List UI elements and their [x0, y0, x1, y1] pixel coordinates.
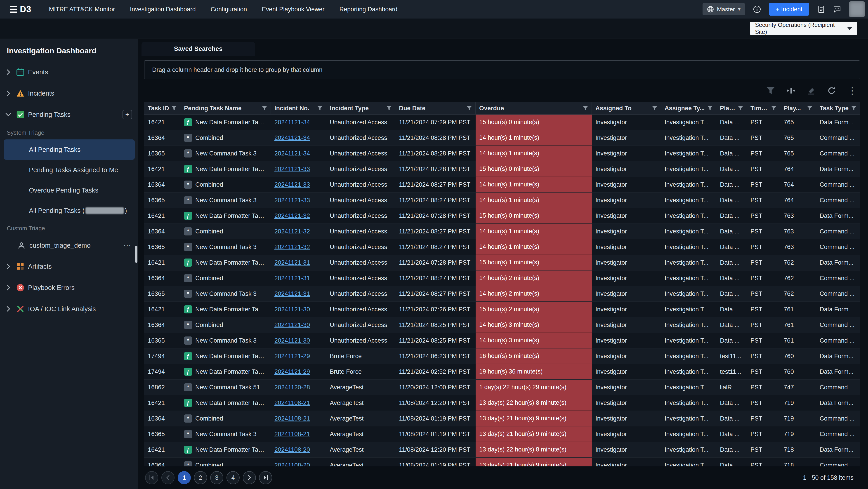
sidebar-item-custom-triage-demo[interactable]: custom_triage_demo ⋯	[0, 235, 138, 256]
nav-reporting-dashboard[interactable]: Reporting Dashboard	[340, 6, 398, 13]
sidebar-item-pending-tasks-assigned-to-me[interactable]: Pending Tasks Assigned to Me	[0, 160, 138, 180]
page-button-3[interactable]: 3	[210, 471, 223, 484]
column-header-task-id[interactable]: Task ID	[144, 102, 180, 115]
filter-icon[interactable]	[262, 106, 267, 110]
column-header-assigned-to[interactable]: Assigned To	[592, 102, 661, 115]
filter-icon[interactable]	[771, 106, 776, 110]
table-row[interactable]: 16862*New Command Task 5120241120-28Aver…	[144, 380, 860, 395]
chat-icon[interactable]	[833, 5, 841, 13]
filter-icon[interactable]	[807, 106, 812, 110]
info-icon[interactable]	[753, 5, 761, 13]
sidebar-item-artifacts[interactable]: Artifacts	[0, 256, 138, 277]
incident-link[interactable]: 20241108-21	[274, 415, 310, 422]
column-header-task-type[interactable]: Task Type	[816, 102, 860, 115]
add-incident-button[interactable]: + Incident	[769, 3, 809, 15]
more-options-icon[interactable]: ⋯	[123, 241, 131, 250]
master-dropdown[interactable]: Master ▾	[703, 3, 745, 15]
incident-link[interactable]: 20241121-30	[274, 337, 310, 344]
filter-icon[interactable]	[851, 106, 856, 110]
filter-icon[interactable]	[583, 106, 588, 110]
incident-link[interactable]: 20241120-28	[274, 384, 310, 391]
table-row[interactable]: 16364*Combined20241108-21AverageTest11/0…	[144, 411, 860, 426]
table-row[interactable]: 16421ƒNew Data Formatter Task 1420241108…	[144, 442, 860, 458]
column-header-time[interactable]: Time ...	[747, 102, 780, 115]
next-page-button[interactable]	[243, 471, 256, 484]
table-row[interactable]: 16364*Combined20241121-31Unauthorized Ac…	[144, 270, 860, 286]
incident-link[interactable]: 20241108-21	[274, 431, 310, 438]
first-page-button[interactable]	[145, 471, 158, 484]
table-row[interactable]: 16421ƒNew Data Formatter Task 1420241121…	[144, 255, 860, 270]
column-header-incident-no[interactable]: Incident No.	[271, 102, 326, 115]
incident-link[interactable]: 20241121-33	[274, 197, 310, 204]
table-row[interactable]: 16364*Combined20241121-30Unauthorized Ac…	[144, 317, 860, 333]
last-page-button[interactable]	[259, 471, 272, 484]
incident-link[interactable]: 20241108-21	[274, 399, 310, 406]
sidebar-item-playbook-errors[interactable]: Playbook Errors	[0, 277, 138, 298]
filter-icon[interactable]	[766, 86, 775, 95]
sidebar-item-all-pending-tasks-site[interactable]: All Pending Tasks ( )	[0, 200, 138, 221]
filter-icon[interactable]	[652, 106, 657, 110]
column-chooser-icon[interactable]	[786, 86, 795, 95]
incident-link[interactable]: 20241121-31	[274, 259, 310, 266]
sidebar-item-all-pending-tasks[interactable]: All Pending Tasks	[4, 139, 135, 160]
refresh-icon[interactable]	[827, 86, 836, 95]
incident-link[interactable]: 20241121-32	[274, 228, 310, 235]
table-row[interactable]: 16421ƒNew Data Formatter Task 1420241121…	[144, 208, 860, 224]
table-row[interactable]: 16365*New Command Task 320241121-31Unaut…	[144, 286, 860, 302]
sidebar-item-incidents[interactable]: Incidents	[0, 83, 138, 104]
incident-link[interactable]: 20241121-29	[274, 368, 310, 375]
incident-link[interactable]: 20241121-31	[274, 275, 310, 282]
sidebar-item-events[interactable]: Events	[0, 62, 138, 83]
table-row[interactable]: 16365*New Command Task 320241121-34Unaut…	[144, 146, 860, 161]
site-selector-dropdown[interactable]: Security Operations (Recipient Site)	[750, 22, 857, 35]
sidebar-item-pending-tasks[interactable]: Pending Tasks +	[0, 104, 138, 125]
incident-link[interactable]: 20241121-31	[274, 290, 310, 297]
column-header-due-date[interactable]: Due Date	[395, 102, 475, 115]
filter-icon[interactable]	[386, 106, 392, 110]
filter-icon[interactable]	[172, 106, 177, 110]
table-row[interactable]: 16421ƒNew Data Formatter Task 1420241121…	[144, 161, 860, 177]
filter-icon[interactable]	[708, 106, 712, 110]
table-row[interactable]: 16365*New Command Task 320241121-33Unaut…	[144, 193, 860, 208]
column-header-pending-task-name[interactable]: Pending Task Name	[180, 102, 271, 115]
sidebar-item-overdue-pending-tasks[interactable]: Overdue Pending Tasks	[0, 180, 138, 200]
page-button-2[interactable]: 2	[194, 471, 207, 484]
filter-icon[interactable]	[467, 106, 472, 110]
incident-link[interactable]: 20241108-20	[274, 462, 310, 467]
previous-page-button[interactable]	[161, 471, 175, 484]
incident-link[interactable]: 20241121-30	[274, 306, 310, 313]
table-row[interactable]: 16421ƒNew Data Formatter Task 1420241108…	[144, 395, 860, 411]
more-options-icon[interactable]: ⋮	[848, 86, 857, 95]
table-row[interactable]: 16364*Combined20241121-33Unauthorized Ac…	[144, 177, 860, 193]
table-row[interactable]: 16364*Combined20241121-32Unauthorized Ac…	[144, 224, 860, 239]
column-header-play[interactable]: Play...	[716, 102, 747, 115]
table-row[interactable]: 16364*Combined20241121-34Unauthorized Ac…	[144, 130, 860, 146]
table-row[interactable]: 16421ƒNew Data Formatter Task 1420241121…	[144, 302, 860, 317]
avatar[interactable]	[849, 1, 865, 17]
incident-link[interactable]: 20241121-33	[274, 181, 310, 188]
sidebar-item-ioa-ioc-link-analysis[interactable]: IOA / IOC Link Analysis	[0, 298, 138, 320]
incident-link[interactable]: 20241121-34	[274, 150, 310, 157]
tab-saved-searches[interactable]: Saved Searches	[142, 42, 255, 56]
notes-icon[interactable]	[817, 5, 825, 13]
column-header-incident-type[interactable]: Incident Type	[326, 102, 395, 115]
table-row[interactable]: 17494ƒNew Data Formatter Task 6820241121…	[144, 364, 860, 380]
column-header-play-2[interactable]: Play...	[780, 102, 816, 115]
clear-filter-icon[interactable]	[807, 86, 815, 95]
table-row[interactable]: 16364*Combined20241108-20AverageTest11/0…	[144, 458, 860, 466]
nav-mitre-attck-monitor[interactable]: MITRE ATT&CK Monitor	[49, 6, 115, 13]
table-row[interactable]: 16365*New Command Task 320241121-32Unaut…	[144, 239, 860, 255]
incident-link[interactable]: 20241121-34	[274, 119, 310, 126]
table-row[interactable]: 16365*New Command Task 320241121-30Unaut…	[144, 333, 860, 349]
incident-link[interactable]: 20241121-34	[274, 134, 310, 141]
table-row[interactable]: 16421ƒNew Data Formatter Task 1420241121…	[144, 115, 860, 130]
incident-link[interactable]: 20241121-32	[274, 213, 310, 220]
page-button-4[interactable]: 4	[226, 471, 240, 484]
nav-investigation-dashboard[interactable]: Investigation Dashboard	[130, 6, 196, 13]
incident-link[interactable]: 20241121-29	[274, 353, 310, 360]
filter-icon[interactable]	[738, 106, 743, 110]
add-pending-task-button[interactable]: +	[123, 110, 132, 119]
table-row[interactable]: 17494ƒNew Data Formatter Task 6820241121…	[144, 349, 860, 364]
column-header-overdue[interactable]: Overdue	[475, 102, 592, 115]
incident-link[interactable]: 20241121-33	[274, 166, 310, 173]
